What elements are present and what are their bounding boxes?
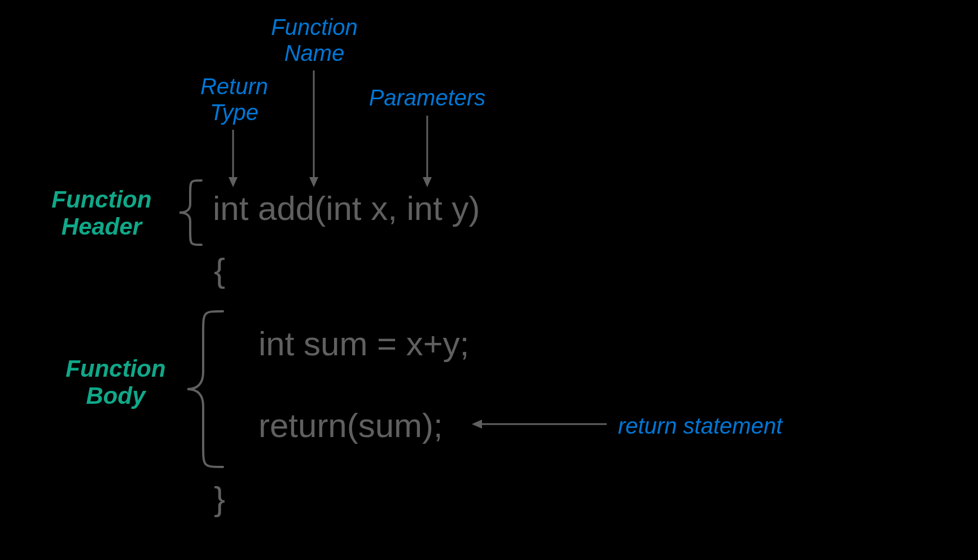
svg-marker-3 [309, 177, 318, 187]
label-function-name: Function Name [258, 14, 371, 66]
code-line-1: int add(int x, int y) [213, 189, 480, 228]
code-line-4: return(sum); [258, 406, 443, 445]
overlay-svg [0, 0, 978, 560]
brace-function-header [179, 180, 201, 245]
arrow-return-type [229, 130, 238, 187]
diagram-stage: Function Name Return Type Parameters Fun… [0, 0, 978, 560]
label-parameters: Parameters [354, 85, 501, 111]
arrow-function-name [309, 70, 318, 187]
label-return-type: Return Type [186, 73, 282, 125]
label-return-statement: return statement [618, 413, 810, 439]
arrow-return-statement [472, 420, 607, 429]
arrow-parameters [423, 116, 432, 187]
brace-function-body [187, 311, 223, 467]
label-function-header: Function Header [42, 186, 161, 241]
svg-marker-7 [472, 420, 482, 429]
code-line-3: int sum = x+y; [258, 324, 469, 363]
svg-marker-1 [229, 177, 238, 187]
code-line-5: } [214, 479, 225, 518]
svg-marker-5 [423, 177, 432, 187]
code-line-2: { [214, 251, 225, 290]
label-function-body: Function Body [56, 355, 175, 410]
